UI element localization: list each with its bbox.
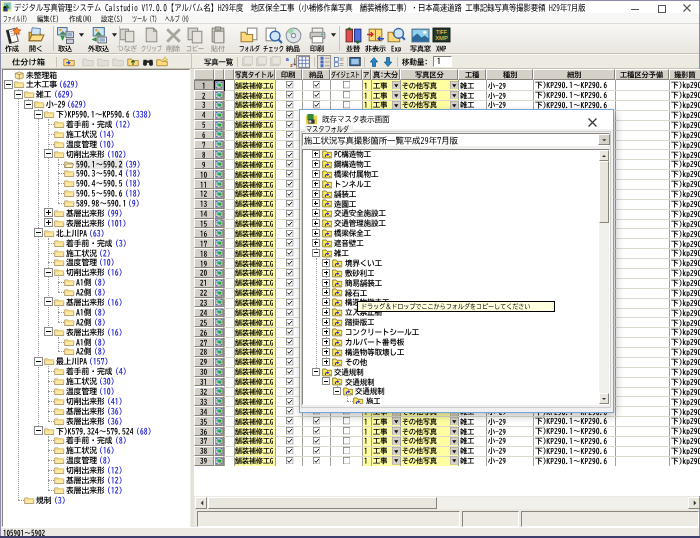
svg-text:a: a [286,56,289,62]
svg-text:z: z [290,61,293,67]
svg-text:XMP: XMP [435,35,448,41]
